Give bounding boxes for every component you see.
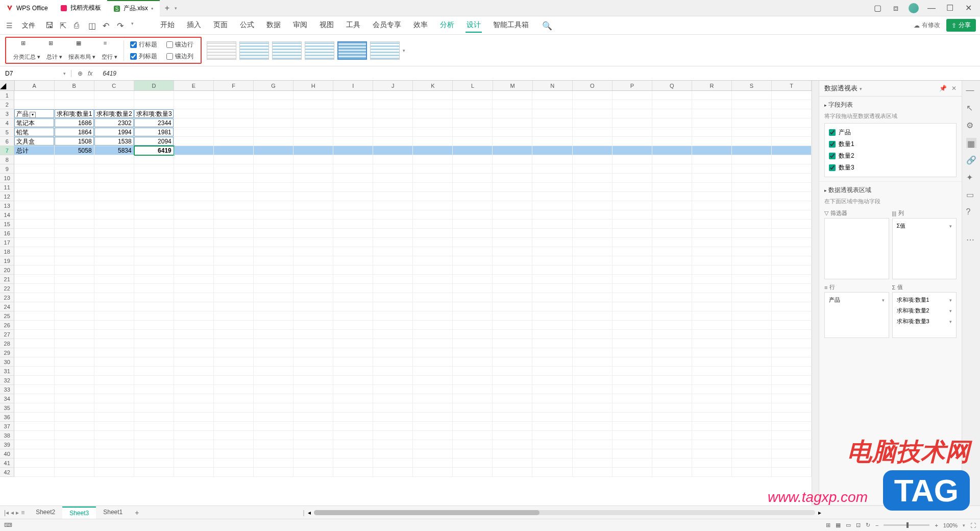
- cell-E15[interactable]: [174, 220, 214, 229]
- cell-Q17[interactable]: [652, 238, 692, 247]
- cell-S18[interactable]: [732, 247, 772, 256]
- cell-Q10[interactable]: [652, 174, 692, 183]
- cell-C5[interactable]: 1994: [94, 128, 134, 137]
- cell-Q40[interactable]: [652, 449, 692, 458]
- cell-N24[interactable]: [532, 302, 572, 311]
- cell-A35[interactable]: [14, 403, 54, 413]
- cell-O32[interactable]: [573, 376, 612, 385]
- cell-D41[interactable]: [134, 458, 174, 468]
- cell-E25[interactable]: [174, 311, 214, 321]
- cell-T8[interactable]: [772, 155, 812, 164]
- cell-N16[interactable]: [532, 229, 572, 238]
- cell-R40[interactable]: [692, 449, 732, 458]
- cell-S16[interactable]: [732, 229, 772, 238]
- cell-R6[interactable]: [692, 137, 732, 146]
- cell-C9[interactable]: [94, 164, 134, 174]
- cell-R7[interactable]: [692, 146, 732, 155]
- style-option-2[interactable]: [239, 41, 269, 60]
- zoom-level[interactable]: 100%: [943, 522, 958, 528]
- cell-J13[interactable]: [373, 201, 413, 210]
- cell-M40[interactable]: [493, 449, 532, 458]
- cell-A39[interactable]: [14, 440, 54, 449]
- cell-K27[interactable]: [413, 330, 453, 339]
- row-header-33[interactable]: 33: [0, 385, 14, 394]
- cell-D27[interactable]: [134, 330, 174, 339]
- cell-D30[interactable]: [134, 357, 174, 367]
- cell-R8[interactable]: [692, 155, 732, 164]
- cell-L3[interactable]: [453, 109, 493, 118]
- check-col-header[interactable]: 列标题: [130, 52, 157, 61]
- cell-C36[interactable]: [94, 413, 134, 422]
- cell-H15[interactable]: [293, 220, 333, 229]
- cell-L31[interactable]: [453, 367, 493, 376]
- cell-N9[interactable]: [532, 164, 572, 174]
- cell-T20[interactable]: [772, 266, 812, 275]
- cell-F2[interactable]: [214, 100, 254, 109]
- cell-S2[interactable]: [732, 100, 772, 109]
- cell-O15[interactable]: [573, 220, 612, 229]
- cell-H11[interactable]: [293, 183, 333, 192]
- cell-J9[interactable]: [373, 164, 413, 174]
- cell-L39[interactable]: [453, 440, 493, 449]
- cell-Q33[interactable]: [652, 385, 692, 394]
- cell-A13[interactable]: [14, 201, 54, 210]
- formula-input[interactable]: 6419: [99, 70, 980, 77]
- cell-M27[interactable]: [493, 330, 532, 339]
- cell-E26[interactable]: [174, 321, 214, 330]
- cell-K11[interactable]: [413, 183, 453, 192]
- cube-icon[interactable]: ⧈: [890, 3, 901, 14]
- cell-T23[interactable]: [772, 293, 812, 302]
- cell-H17[interactable]: [293, 238, 333, 247]
- cell-T1[interactable]: [772, 91, 812, 100]
- cell-I25[interactable]: [333, 311, 373, 321]
- cell-R33[interactable]: [692, 385, 732, 394]
- cell-T9[interactable]: [772, 164, 812, 174]
- cell-R36[interactable]: [692, 413, 732, 422]
- cell-J4[interactable]: [373, 118, 413, 128]
- cell-P3[interactable]: [612, 109, 652, 118]
- cell-I26[interactable]: [333, 321, 373, 330]
- cell-K33[interactable]: [413, 385, 453, 394]
- cell-J23[interactable]: [373, 293, 413, 302]
- cell-J2[interactable]: [373, 100, 413, 109]
- hamburger-icon[interactable]: ☰: [4, 19, 15, 32]
- cell-K20[interactable]: [413, 266, 453, 275]
- cell-P42[interactable]: [612, 468, 652, 477]
- cell-P37[interactable]: [612, 422, 652, 431]
- cell-B29[interactable]: [55, 348, 94, 357]
- cell-I32[interactable]: [333, 376, 373, 385]
- cell-F25[interactable]: [214, 311, 254, 321]
- cell-F16[interactable]: [214, 229, 254, 238]
- cell-P10[interactable]: [612, 174, 652, 183]
- cell-A33[interactable]: [14, 385, 54, 394]
- cell-H26[interactable]: [293, 321, 333, 330]
- row-header-41[interactable]: 41: [0, 458, 14, 468]
- cell-R16[interactable]: [692, 229, 732, 238]
- cell-R31[interactable]: [692, 367, 732, 376]
- cell-G5[interactable]: [254, 128, 293, 137]
- cell-R19[interactable]: [692, 256, 732, 266]
- cell-D5[interactable]: 1981: [134, 128, 174, 137]
- sheet-first-icon[interactable]: |◂: [4, 509, 9, 516]
- undo-icon[interactable]: ↶: [103, 21, 112, 30]
- style-option-5-selected[interactable]: [337, 41, 367, 60]
- cell-L6[interactable]: [453, 137, 493, 146]
- cell-Q25[interactable]: [652, 311, 692, 321]
- cell-L34[interactable]: [453, 394, 493, 403]
- cell-C41[interactable]: [94, 458, 134, 468]
- cell-S5[interactable]: [732, 128, 772, 137]
- cell-F29[interactable]: [214, 348, 254, 357]
- row-header-36[interactable]: 36: [0, 413, 14, 422]
- cell-R4[interactable]: [692, 118, 732, 128]
- cell-N38[interactable]: [532, 431, 572, 440]
- cell-G34[interactable]: [254, 394, 293, 403]
- close-panel-icon[interactable]: ✕: [951, 85, 957, 92]
- cell-G10[interactable]: [254, 174, 293, 183]
- col-header-F[interactable]: F: [214, 81, 254, 90]
- row-header-40[interactable]: 40: [0, 449, 14, 458]
- cell-M18[interactable]: [493, 247, 532, 256]
- cell-K40[interactable]: [413, 449, 453, 458]
- cell-D20[interactable]: [134, 266, 174, 275]
- cell-S14[interactable]: [732, 210, 772, 220]
- tab-current-file[interactable]: S 产品.xlsx ●: [107, 0, 160, 16]
